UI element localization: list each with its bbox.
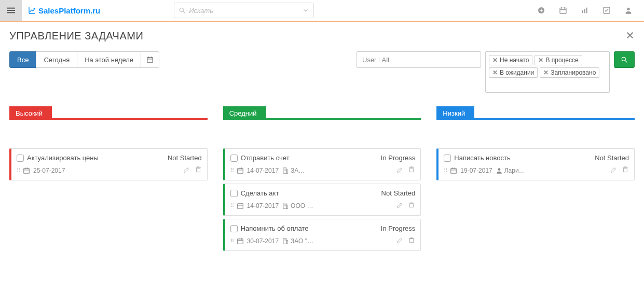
tasks-button[interactable] xyxy=(602,6,611,15)
calendar-icon xyxy=(146,56,154,63)
drag-handle-icon[interactable]: ⠿ xyxy=(230,240,234,242)
column-header: Средний xyxy=(223,106,421,120)
task-checkbox[interactable] xyxy=(444,155,451,162)
edit-button[interactable] xyxy=(610,166,618,175)
apply-filter-button[interactable] xyxy=(614,51,635,68)
drag-handle-icon[interactable]: ⠿ xyxy=(230,205,234,207)
task-checkbox[interactable] xyxy=(230,225,238,232)
menu-toggle[interactable] xyxy=(0,0,22,21)
filter-bar: Все Сегодня На этой неделе User : All ✕ … xyxy=(0,47,644,101)
column-high: Высокий Актуализировать цены Not Started… xyxy=(9,106,208,251)
reports-button[interactable] xyxy=(581,6,589,15)
user-filter-select[interactable]: User : All xyxy=(357,51,481,68)
date-picker-button[interactable] xyxy=(141,51,159,68)
calendar-icon xyxy=(237,202,244,209)
column-label: Низкий xyxy=(436,106,474,120)
plus-circle-icon xyxy=(537,6,545,15)
brand[interactable]: SalesPlatform.ru xyxy=(22,6,106,15)
column-body: Написать новость Not Started ⠿ 19-07-201… xyxy=(436,120,635,180)
user-filter-value: User : All xyxy=(362,56,389,64)
tab-all[interactable]: Все xyxy=(9,51,36,68)
task-date: 19-07-2017 xyxy=(460,167,492,174)
calendar-icon xyxy=(23,167,30,174)
calendar-icon xyxy=(450,167,457,174)
status-filter[interactable]: ✕ Не начато ✕ В процессе ✕ В ожидании ✕ … xyxy=(485,51,610,93)
pencil-icon xyxy=(396,201,404,208)
task-title: Сделать акт xyxy=(241,189,378,197)
task-account: ЗА… xyxy=(291,167,305,174)
task-title: Отправить счет xyxy=(241,154,378,162)
top-bar: SalesPlatform.ru xyxy=(0,0,644,22)
task-checkbox[interactable] xyxy=(17,155,24,162)
tag-label: Не начато xyxy=(500,57,529,64)
task-status: Not Started xyxy=(381,189,416,197)
delete-button[interactable] xyxy=(195,166,202,175)
pencil-icon xyxy=(183,166,190,173)
column-medium: Средний Отправить счет In Progress ⠿ 14-… xyxy=(223,106,421,251)
chevron-down-icon[interactable] xyxy=(302,7,309,14)
global-search[interactable] xyxy=(174,3,314,18)
task-date: 14-07-2017 xyxy=(247,167,279,174)
tag-remove[interactable]: ✕ xyxy=(492,57,498,64)
tab-today[interactable]: Сегодня xyxy=(36,51,77,68)
profile-button[interactable] xyxy=(624,6,633,15)
search-input[interactable] xyxy=(189,7,299,15)
column-header: Высокий xyxy=(9,106,208,120)
task-status: Not Started xyxy=(168,154,202,162)
brand-icon xyxy=(28,6,36,15)
calendar-icon xyxy=(237,237,244,245)
status-tag: ✕ Запланировано xyxy=(540,67,599,78)
edit-button[interactable] xyxy=(396,236,404,245)
close-button[interactable] xyxy=(625,31,635,41)
task-checkbox[interactable] xyxy=(230,155,238,162)
edit-button[interactable] xyxy=(396,201,404,210)
drag-handle-icon[interactable]: ⠿ xyxy=(444,170,447,172)
task-account: ЗАО "… xyxy=(291,237,313,245)
delete-button[interactable] xyxy=(408,201,415,210)
pencil-icon xyxy=(396,166,404,173)
search-icon xyxy=(179,7,186,14)
tag-remove[interactable]: ✕ xyxy=(543,69,549,76)
edit-button[interactable] xyxy=(183,166,190,175)
delete-button[interactable] xyxy=(408,166,415,175)
pencil-icon xyxy=(610,166,618,173)
edit-button[interactable] xyxy=(396,166,404,175)
quick-create-button[interactable] xyxy=(537,6,545,15)
column-header: Низкий xyxy=(436,106,635,120)
page-title: УПРАВЛЕНИЕ ЗАДАЧАМИ xyxy=(9,30,143,42)
task-status: In Progress xyxy=(381,225,415,232)
column-body: Отправить счет In Progress ⠿ 14-07-2017 … xyxy=(223,120,421,251)
pencil-icon xyxy=(396,236,404,244)
task-account: ООО … xyxy=(291,202,313,209)
task-date: 30-07-2017 xyxy=(247,237,279,245)
calendar-button[interactable] xyxy=(559,6,567,15)
task-title: Написать новость xyxy=(454,154,592,162)
user-icon xyxy=(496,167,503,174)
delete-button[interactable] xyxy=(622,166,629,175)
building-icon xyxy=(282,167,289,174)
date-range-tabs: Все Сегодня На этой неделе xyxy=(9,51,159,68)
tag-label: Запланировано xyxy=(551,69,596,76)
tag-remove[interactable]: ✕ xyxy=(492,69,498,76)
status-tag: ✕ Не начато xyxy=(489,55,532,65)
tag-remove[interactable]: ✕ xyxy=(538,57,543,64)
calendar-icon xyxy=(237,167,244,174)
kanban-board: Высокий Актуализировать цены Not Started… xyxy=(0,101,644,267)
column-low: Низкий Написать новость Not Started ⠿ 19… xyxy=(436,106,635,251)
task-checkbox[interactable] xyxy=(230,190,238,197)
menu-icon xyxy=(7,6,15,15)
column-label: Средний xyxy=(223,106,266,120)
task-card[interactable]: Отправить счет In Progress ⠿ 14-07-2017 … xyxy=(223,148,421,180)
close-icon xyxy=(625,31,635,40)
drag-handle-icon[interactable]: ⠿ xyxy=(230,170,234,172)
task-card[interactable]: Написать новость Not Started ⠿ 19-07-201… xyxy=(436,148,635,180)
task-contact: Лари… xyxy=(504,167,525,174)
task-card[interactable]: Напомнить об оплате In Progress ⠿ 30-07-… xyxy=(223,219,421,251)
tab-this-week[interactable]: На этой неделе xyxy=(77,51,141,68)
task-card[interactable]: Сделать акт Not Started ⠿ 14-07-2017 ООО… xyxy=(223,184,421,216)
trash-icon xyxy=(408,166,415,173)
task-card[interactable]: Актуализировать цены Not Started ⠿ 25-07… xyxy=(9,148,208,180)
delete-button[interactable] xyxy=(408,236,415,245)
drag-handle-icon[interactable]: ⠿ xyxy=(17,170,20,172)
column-body: Актуализировать цены Not Started ⠿ 25-07… xyxy=(9,120,208,180)
